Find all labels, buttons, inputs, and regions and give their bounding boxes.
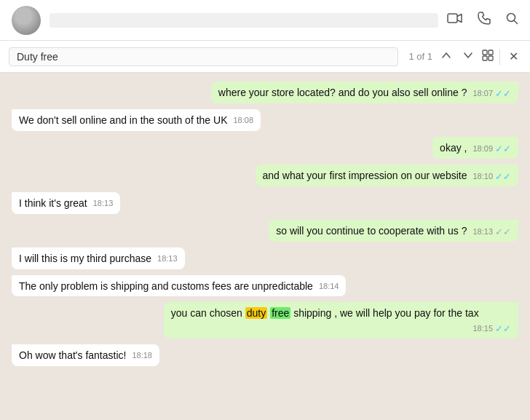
message-time: 18:13: [157, 253, 178, 264]
message-text: you can chosen duty free shipping , we w…: [171, 307, 479, 319]
message-bubble: and what your first impression on our we…: [256, 165, 518, 186]
message-bubble: I will this is my third purchase 18:13: [12, 247, 185, 269]
message-meta: 18:07 ✓✓: [472, 87, 511, 100]
video-call-icon[interactable]: [447, 12, 463, 28]
message-text: and what your first impression on our we…: [263, 170, 467, 181]
message-text: okay ,: [440, 142, 467, 154]
chat-header: [0, 0, 530, 41]
message-time: 18:14: [319, 281, 339, 292]
message-row: I think it's great 18:13: [12, 192, 518, 214]
svg-rect-5: [489, 56, 493, 60]
message-time: 18:08: [234, 115, 254, 126]
message-bubble: so will you continue to cooperate with u…: [269, 220, 518, 242]
message-ticks: ✓✓: [495, 226, 511, 239]
search-grid-icon[interactable]: [482, 49, 494, 63]
message-bubble: Oh wow that's fantastic! 18:18: [12, 344, 159, 366]
search-icon[interactable]: [505, 12, 518, 28]
message-text: We don't sell online and in the south of…: [19, 114, 228, 126]
message-bubble: The only problem is shipping and customs…: [12, 275, 346, 297]
header-icons: [447, 12, 518, 28]
message-meta: 18:15 ✓✓: [472, 322, 511, 336]
search-divider: [499, 49, 500, 65]
message-time: 18:13: [472, 226, 493, 237]
search-down-button[interactable]: [460, 49, 476, 64]
search-close-button[interactable]: ✕: [506, 48, 521, 65]
message-text: I think it's great: [19, 197, 87, 209]
message-row: you can chosen duty free shipping , we w…: [12, 302, 518, 338]
search-navigation: ✕: [438, 48, 521, 65]
message-row: where your store located? and do you als…: [12, 82, 518, 103]
message-ticks: ✓✓: [495, 322, 511, 336]
message-time: 18:15: [472, 323, 493, 334]
avatar[interactable]: [12, 6, 41, 35]
message-text: where your store located? and do you als…: [218, 87, 467, 98]
message-bubble: okay , 18:09 ✓✓: [432, 137, 518, 159]
message-ticks: ✓✓: [495, 87, 511, 100]
search-input[interactable]: Duty free: [9, 47, 398, 66]
message-time: 18:07: [472, 88, 493, 99]
message-row: The only problem is shipping and customs…: [12, 275, 518, 297]
message-ticks: ✓✓: [495, 143, 511, 156]
svg-rect-3: [489, 50, 493, 55]
message-meta: 18:09 ✓✓: [472, 143, 511, 156]
message-text: I will this is my third purchase: [19, 253, 151, 264]
svg-rect-4: [483, 56, 487, 60]
message-time: 18:18: [132, 350, 152, 361]
message-row: so will you continue to cooperate with u…: [12, 220, 518, 242]
svg-point-1: [507, 14, 515, 22]
message-meta: 18:14: [319, 281, 339, 292]
message-ticks: ✓✓: [495, 170, 511, 183]
message-row: I will this is my third purchase 18:13: [12, 247, 518, 269]
message-row: okay , 18:09 ✓✓: [12, 137, 518, 159]
message-text: Oh wow that's fantastic!: [19, 349, 126, 361]
message-row: and what your first impression on our we…: [12, 165, 518, 186]
svg-rect-2: [483, 50, 487, 55]
message-bubble: where your store located? and do you als…: [211, 82, 518, 103]
svg-rect-0: [448, 14, 457, 23]
chat-area: where your store located? and do you als…: [0, 73, 530, 420]
contact-name: [50, 13, 438, 28]
message-meta: 18:08: [234, 115, 254, 126]
message-text: so will you continue to cooperate with u…: [276, 225, 467, 237]
message-row: Oh wow that's fantastic! 18:18: [12, 344, 518, 366]
message-time: 18:10: [472, 171, 493, 182]
message-meta: 18:18: [132, 350, 152, 361]
message-bubble: We don't sell online and in the south of…: [12, 109, 261, 131]
message-meta: 18:13: [93, 198, 114, 209]
message-bubble: I think it's great 18:13: [12, 192, 120, 214]
highlight-duty: duty: [245, 307, 267, 319]
message-meta: 18:13: [157, 253, 178, 264]
highlight-free: free: [270, 307, 290, 319]
message-meta: 18:10 ✓✓: [472, 170, 511, 183]
message-bubble: you can chosen duty free shipping , we w…: [164, 302, 518, 338]
message-row: We don't sell online and in the south of…: [12, 109, 518, 131]
message-text: The only problem is shipping and customs…: [19, 280, 313, 292]
message-time: 18:09: [472, 143, 493, 154]
message-time: 18:13: [93, 198, 114, 209]
message-meta: 18:13 ✓✓: [472, 226, 511, 239]
phone-icon[interactable]: [478, 12, 491, 28]
search-up-button[interactable]: [438, 49, 454, 64]
search-bar: Duty free 1 of 1 ✕: [0, 41, 530, 73]
search-count: 1 of 1: [408, 51, 432, 62]
